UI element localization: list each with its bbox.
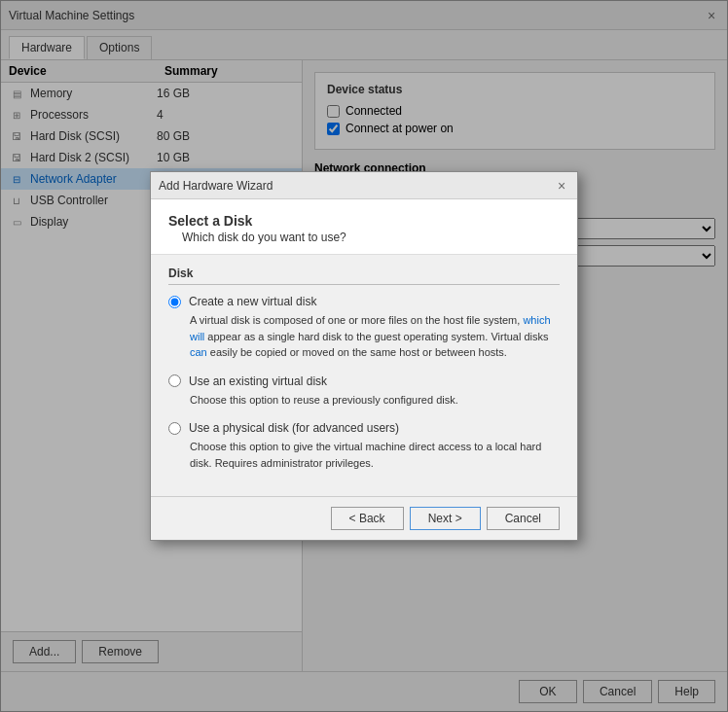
- label-use-existing: Use an existing virtual disk: [189, 374, 327, 388]
- option-use-existing: Use an existing virtual disk Choose this…: [168, 374, 560, 409]
- wizard-dialog: Add Hardware Wizard × Select a Disk Whic…: [150, 171, 578, 541]
- next-button[interactable]: Next >: [410, 507, 481, 530]
- wizard-header-title: Select a Disk: [168, 213, 560, 229]
- label-use-physical: Use a physical disk (for advanced users): [189, 421, 399, 435]
- wizard-body: Disk Create a new virtual disk A virtual…: [151, 255, 577, 496]
- back-button[interactable]: < Back: [331, 507, 404, 530]
- option-use-physical: Use a physical disk (for advanced users)…: [168, 421, 560, 471]
- label-create-new: Create a new virtual disk: [189, 295, 316, 308]
- link-can-easily: can: [190, 346, 207, 358]
- wizard-title-bar: Add Hardware Wizard ×: [151, 172, 577, 199]
- disk-section-label: Disk: [168, 267, 560, 285]
- desc-use-physical: Choose this option to give the virtual m…: [190, 439, 560, 471]
- desc-create-new: A virtual disk is composed of one or mor…: [190, 312, 560, 361]
- wizard-close-icon[interactable]: ×: [554, 178, 569, 194]
- radio-create-new[interactable]: [168, 296, 181, 308]
- wizard-footer: < Back Next > Cancel: [151, 496, 577, 540]
- radio-use-existing[interactable]: [168, 374, 181, 387]
- wizard-header: Select a Disk Which disk do you want to …: [151, 199, 577, 255]
- wizard-title: Add Hardware Wizard: [159, 179, 273, 193]
- dialog-overlay: Add Hardware Wizard × Select a Disk Whic…: [0, 0, 728, 712]
- desc-use-existing: Choose this option to reuse a previously…: [190, 392, 560, 409]
- radio-row-use-physical: Use a physical disk (for advanced users): [168, 421, 560, 435]
- wizard-cancel-button[interactable]: Cancel: [487, 507, 560, 530]
- radio-row-use-existing: Use an existing virtual disk: [168, 374, 560, 388]
- option-create-new: Create a new virtual disk A virtual disk…: [168, 295, 560, 361]
- radio-use-physical[interactable]: [168, 422, 181, 435]
- radio-row-create-new: Create a new virtual disk: [168, 295, 560, 308]
- wizard-header-subtitle: Which disk do you want to use?: [168, 231, 560, 244]
- link-which-will: which will: [190, 314, 551, 342]
